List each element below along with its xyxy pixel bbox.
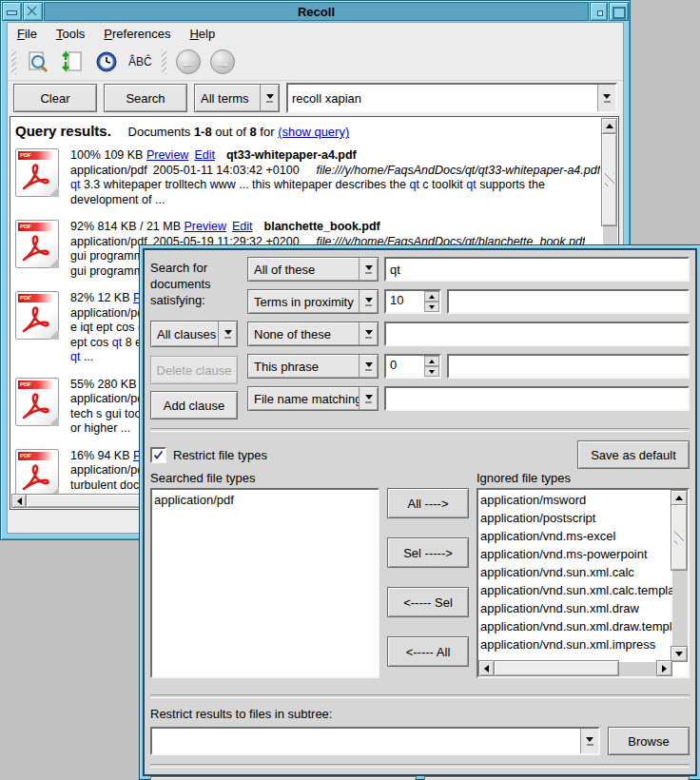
clause-type-combo[interactable]: This phrase	[247, 354, 379, 379]
clause-type-combo[interactable]: File name matching	[247, 386, 379, 411]
ignored-type-item[interactable]: application/vnd.sun.xml.calc.template	[480, 581, 671, 599]
chevron-down-icon	[218, 322, 237, 346]
save-as-default-button[interactable]: Save as default	[577, 440, 690, 469]
spin-down-icon[interactable]	[424, 302, 439, 312]
pdf-file-icon[interactable]: PDF	[15, 291, 59, 340]
ignored-type-item[interactable]: application/vnd.sun.xml.calc	[480, 563, 671, 581]
proximity-spinbox[interactable]: 10	[384, 289, 441, 314]
pdf-file-icon[interactable]: PDF	[15, 449, 59, 497]
clause-terms-input[interactable]	[449, 291, 688, 312]
searched-type-item[interactable]: application/pdf	[154, 491, 376, 509]
delete-clause-button[interactable]: Delete clause	[150, 356, 238, 384]
clause-type-combo[interactable]: Terms in proximity	[247, 289, 379, 314]
move-selected-left-button[interactable]: <----- Sel	[387, 587, 469, 617]
clause-type-label: None of these	[248, 327, 359, 341]
clause-terms-input[interactable]	[449, 356, 688, 377]
clause-type-label: File name matching	[248, 392, 359, 406]
spin-up-icon[interactable]	[424, 291, 439, 302]
move-selected-right-button[interactable]: Sel ----->	[387, 537, 469, 568]
menu-item-preferences[interactable]: Preferences	[104, 27, 170, 41]
scroll-down-icon[interactable]	[671, 646, 688, 662]
chevron-down-icon[interactable]	[260, 85, 279, 111]
subtree-input[interactable]	[152, 734, 580, 749]
query-input[interactable]	[288, 91, 597, 106]
preview-link[interactable]: Preview	[146, 148, 188, 162]
spin-buttons	[424, 356, 439, 377]
pdf-file-icon[interactable]: PDF	[15, 220, 59, 268]
scroll-left-icon[interactable]	[11, 494, 27, 508]
ignored-type-item[interactable]: application/vnd.ms-excel	[480, 527, 671, 545]
spin-value: 10	[386, 291, 424, 312]
searched-types-list[interactable]: application/pdf	[150, 488, 379, 678]
results-vscroll-thumb[interactable]	[601, 133, 617, 226]
desktop: { "main_window": { "title": "Recoll", "m…	[0, 0, 700, 780]
chevron-down-icon[interactable]	[580, 729, 598, 753]
clear-button[interactable]: Clear	[13, 84, 97, 112]
proximity-spinbox[interactable]: 0	[384, 354, 441, 379]
show-preview-icon[interactable]	[26, 49, 50, 74]
maximize-icon[interactable]	[609, 2, 629, 21]
spin-buttons	[424, 291, 439, 312]
edit-link[interactable]: Edit	[232, 220, 253, 233]
conjunction-combo[interactable]: All clauses	[150, 321, 238, 347]
scroll-right-icon[interactable]	[656, 660, 672, 676]
restrict-file-types-checkbox[interactable]	[150, 447, 166, 463]
result-filename: blanchette_book.pdf	[264, 220, 380, 233]
ignored-type-item[interactable]: application/vnd.sun.xml.draw.template	[480, 617, 671, 635]
edit-link[interactable]: Edit	[194, 148, 215, 162]
history-clock-icon[interactable]	[94, 49, 119, 74]
window-menu-button[interactable]	[2, 2, 22, 21]
forward-icon[interactable]: →	[210, 49, 235, 74]
separator	[150, 428, 690, 432]
clause-section: Search for documents satisfying: All cla…	[150, 257, 690, 419]
scroll-up-icon[interactable]	[601, 118, 617, 134]
browse-button[interactable]: Browse	[608, 727, 690, 755]
ignored-types-list[interactable]: application/mswordapplication/postscript…	[476, 488, 690, 678]
menu-item-help[interactable]: Help	[189, 27, 215, 41]
menu-item-file[interactable]: File	[17, 27, 37, 41]
toolbar-handle[interactable]	[11, 49, 16, 74]
ignored-type-item[interactable]: application/postscript	[480, 509, 671, 527]
ignored-type-item[interactable]: application/msword	[480, 491, 671, 509]
minimize-icon[interactable]	[590, 2, 608, 21]
sort-results-icon[interactable]	[60, 49, 85, 74]
ignored-hscroll-thumb[interactable]	[494, 660, 619, 676]
result-abstract-line: qt 3.3 whitepaper trolltech www ... this…	[70, 178, 600, 193]
toolbar-handle[interactable]	[162, 49, 166, 74]
ignored-type-item[interactable]: application/vnd.sun.xml.draw	[480, 599, 671, 617]
result-url: file:///y/home/FaqsAndDocs/qt/qt33-white…	[317, 164, 601, 177]
clause-terms-input[interactable]	[386, 388, 688, 409]
clause-type-combo[interactable]: All of these	[247, 257, 379, 282]
preview-link[interactable]: Preview	[185, 220, 226, 233]
ignored-type-item[interactable]: application/vnd.ms-powerpoint	[480, 545, 671, 563]
file-types-section: Searched file types application/pdf All …	[150, 471, 690, 686]
clause-type-label: Terms in proximity	[248, 295, 359, 309]
ignored-vscroll-thumb[interactable]	[671, 504, 688, 571]
spin-down-icon[interactable]	[424, 366, 439, 377]
show-query-link[interactable]: (show query)	[278, 125, 349, 139]
close-icon[interactable]	[23, 2, 43, 21]
back-icon[interactable]: ←	[176, 49, 201, 74]
pdf-file-icon[interactable]: PDF	[15, 378, 59, 426]
dismiss-button[interactable]: Dismiss	[424, 776, 690, 780]
clause-terms-input[interactable]	[386, 259, 688, 280]
clause-terms-input[interactable]	[386, 323, 688, 344]
restrict-types-row: Restrict file types Save as default	[150, 440, 690, 469]
scroll-left-icon[interactable]	[478, 660, 495, 676]
add-clause-button[interactable]: Add clause	[150, 391, 238, 419]
satisfy-label: Search for documents satisfying:	[150, 257, 238, 321]
move-all-right-button[interactable]: All ---->	[387, 488, 469, 518]
search-mode-combo[interactable]: All terms	[194, 84, 280, 112]
search-button[interactable]: Search	[104, 84, 187, 112]
clause-type-combo[interactable]: None of these	[247, 322, 379, 346]
chevron-down-icon[interactable]	[597, 85, 615, 111]
pdf-file-icon[interactable]: PDF	[15, 148, 59, 197]
spin-up-icon[interactable]	[424, 356, 439, 366]
move-all-left-button[interactable]: <----- All	[387, 636, 469, 667]
result-item: PDF100% 109 KB PreviewEditqt33-whitepape…	[15, 148, 604, 207]
titlebar[interactable]: Recoll	[2, 2, 629, 21]
ignored-type-item[interactable]: application/vnd.sun.xml.impress	[480, 635, 671, 653]
spellcheck-abc-icon[interactable]: ÂBĈ	[128, 55, 152, 68]
start-search-button[interactable]: Start Search	[150, 776, 417, 780]
menu-item-tools[interactable]: Tools	[56, 27, 85, 41]
